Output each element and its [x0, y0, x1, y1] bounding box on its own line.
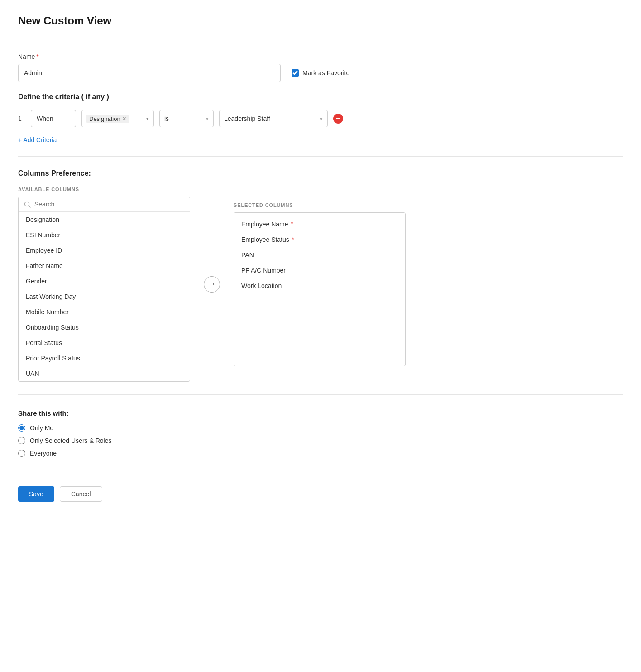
selected-col-employee-name-text: Employee Name	[241, 221, 288, 228]
selected-col-employee-status[interactable]: Employee Status *	[234, 232, 405, 247]
name-required-star: *	[36, 53, 38, 60]
selected-col-pan-text: PAN	[241, 251, 254, 259]
criteria-value-label: Leadership Staff	[224, 115, 270, 122]
share-section: Share this with: Only Me Only Selected U…	[18, 409, 623, 457]
selected-columns-box: Employee Name * Employee Status * PAN PF…	[234, 212, 406, 366]
col-item-portal-status[interactable]: Portal Status	[19, 335, 190, 350]
available-columns-search[interactable]	[34, 201, 184, 208]
selected-columns-panel: SELECTED COLUMNS Employee Name * Employe…	[234, 202, 406, 366]
name-label: Name *	[18, 53, 623, 60]
col-item-prior-payroll-status[interactable]: Prior Payroll Status	[19, 350, 190, 366]
search-icon	[24, 201, 31, 208]
col-item-last-working-day[interactable]: Last Working Day	[19, 289, 190, 304]
favorite-label-text: Mark as Favorite	[302, 69, 349, 77]
selected-col-pf-ac-number-text: PF A/C Number	[241, 267, 286, 274]
col-item-onboarding-status[interactable]: Onboarding Status	[19, 320, 190, 335]
transfer-to-selected-button[interactable]: →	[204, 276, 220, 293]
criteria-field-tag-close[interactable]: ✕	[122, 116, 126, 122]
divider-top	[18, 42, 623, 42]
criteria-num-1: 1	[18, 115, 25, 122]
radio-selected-users-label: Only Selected Users & Roles	[30, 437, 112, 444]
radio-selected-users[interactable]	[18, 437, 25, 444]
favorite-checkbox[interactable]	[292, 69, 299, 77]
selected-col-pan[interactable]: PAN	[234, 247, 405, 263]
radio-item-only-me[interactable]: Only Me	[18, 424, 623, 432]
selected-col-employee-status-star: *	[292, 236, 294, 243]
transfer-arrow-icon: →	[208, 279, 216, 289]
name-input[interactable]	[18, 64, 281, 82]
criteria-row-1: 1 When Designation ✕ ▾ is ▾ Leadership S…	[18, 110, 623, 127]
name-row: Mark as Favorite	[18, 64, 623, 82]
available-columns-panel: AVAILABLE COLUMNS Designation ESI Number	[18, 187, 190, 382]
criteria-field-select[interactable]: Designation ✕ ▾	[81, 110, 154, 127]
criteria-field-chevron: ▾	[146, 116, 149, 122]
col-item-uan[interactable]: UAN	[19, 366, 190, 381]
radio-only-me-label: Only Me	[30, 424, 53, 432]
radio-only-me[interactable]	[18, 424, 25, 432]
radio-everyone[interactable]	[18, 450, 25, 457]
selected-col-employee-name[interactable]: Employee Name *	[234, 216, 405, 232]
share-title: Share this with:	[18, 409, 623, 417]
radio-item-everyone[interactable]: Everyone	[18, 450, 623, 457]
divider-mid	[18, 156, 623, 157]
criteria-title: Define the criteria ( if any )	[18, 93, 623, 101]
columns-layout: AVAILABLE COLUMNS Designation ESI Number	[18, 187, 623, 382]
bottom-bar: Save Cancel	[18, 475, 623, 502]
selected-col-work-location-text: Work Location	[241, 282, 282, 289]
page-title: New Custom View	[18, 14, 623, 27]
when-label: When	[37, 115, 53, 122]
criteria-value-chevron: ▾	[320, 116, 323, 122]
radio-everyone-label: Everyone	[30, 450, 57, 457]
col-item-mobile-number[interactable]: Mobile Number	[19, 304, 190, 320]
svg-line-1	[29, 206, 31, 207]
columns-section-title: Columns Preference:	[18, 169, 623, 178]
available-columns-title: AVAILABLE COLUMNS	[18, 187, 190, 192]
criteria-operator-chevron: ▾	[206, 116, 209, 122]
selected-col-pf-ac-number[interactable]: PF A/C Number	[234, 263, 405, 278]
columns-section: Columns Preference: AVAILABLE COLUMNS	[18, 169, 623, 382]
transfer-button-wrap: →	[201, 276, 223, 293]
radio-item-selected-users[interactable]: Only Selected Users & Roles	[18, 437, 623, 444]
cancel-button[interactable]: Cancel	[60, 486, 102, 502]
criteria-field-tag: Designation ✕	[86, 115, 129, 123]
favorite-label[interactable]: Mark as Favorite	[292, 69, 349, 77]
criteria-operator-select[interactable]: is ▾	[159, 110, 214, 127]
save-button[interactable]: Save	[18, 486, 54, 502]
divider-share	[18, 394, 623, 395]
criteria-value-select[interactable]: Leadership Staff ▾	[219, 110, 328, 127]
selected-columns-title: SELECTED COLUMNS	[234, 202, 406, 208]
selected-col-employee-status-text: Employee Status	[241, 236, 289, 243]
selected-col-work-location[interactable]: Work Location	[234, 278, 405, 293]
col-item-father-name[interactable]: Father Name	[19, 258, 190, 274]
criteria-section: Define the criteria ( if any ) 1 When De…	[18, 93, 623, 145]
name-label-text: Name	[18, 53, 35, 60]
criteria-when: When	[31, 110, 76, 127]
add-criteria-button[interactable]: + Add Criteria	[18, 134, 57, 145]
col-item-esi-number[interactable]: ESI Number	[19, 227, 190, 243]
criteria-remove-button[interactable]	[333, 114, 343, 124]
search-row	[19, 197, 190, 212]
selected-col-employee-name-star: *	[291, 221, 293, 227]
col-item-designation[interactable]: Designation	[19, 212, 190, 227]
col-item-gender[interactable]: Gender	[19, 274, 190, 289]
criteria-operator-label: is	[164, 115, 169, 122]
name-section: Name * Mark as Favorite	[18, 53, 623, 82]
col-item-employee-id[interactable]: Employee ID	[19, 243, 190, 258]
available-columns-box: Designation ESI Number Employee ID Fathe…	[18, 197, 190, 382]
add-criteria-label: + Add Criteria	[18, 136, 57, 144]
criteria-field-tag-text: Designation	[89, 115, 120, 122]
